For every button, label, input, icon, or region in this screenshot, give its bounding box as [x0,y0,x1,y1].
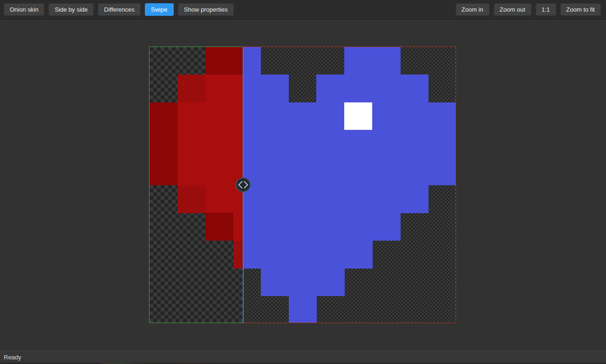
zoom-one-to-one-button[interactable]: 1:1 [536,3,556,16]
swipe-handle[interactable] [234,175,252,194]
new-image-pixel [428,158,456,186]
new-image-pixel [344,185,372,213]
zoom-to-fit-button[interactable]: Zoom to fit [560,3,601,16]
differences-button[interactable]: Differences [98,3,141,16]
old-image-pixel [205,185,233,213]
new-image-pixel [372,130,400,158]
new-image-pixel [428,102,456,130]
new-image-pixel [344,241,372,269]
old-image-pixel [150,158,177,186]
old-image-pane [149,47,243,323]
new-image-pixel [400,130,428,158]
new-image-pixel [316,102,344,130]
old-image-pixel [177,158,205,186]
new-image-pixel [243,130,261,158]
old-image-pixel [205,130,233,158]
show-properties-button[interactable]: Show properties [178,3,234,16]
old-image-pixel [233,47,243,75]
new-image-pixel [243,241,261,269]
new-image-pixel [372,185,400,213]
new-image-pixel [344,47,372,75]
old-image-pixel [233,213,243,241]
new-image-pixel [316,130,344,158]
new-image-pixel [428,130,456,158]
new-image-pixel [289,185,317,213]
new-image-pixel [261,241,289,269]
status-bar: Ready [0,351,606,363]
onion-skin-button[interactable]: Onion skin [4,3,44,16]
new-image-pixel [289,213,317,241]
new-image-pixel [316,268,344,296]
old-image-pixel [205,213,233,241]
swipe-button[interactable]: Swipe [145,3,174,16]
old-image-pixel [205,74,233,102]
new-image-pixel [372,213,400,241]
new-image-pixel [400,158,428,186]
new-image-pixel [261,130,289,158]
new-image-pixel [316,74,344,102]
new-image-pixel [261,185,289,213]
new-image-pixel [261,158,289,186]
new-image-pixel [344,130,372,158]
new-image-pixel [289,158,317,186]
new-image-pixel [372,102,400,130]
old-image-pixel [233,102,243,130]
new-image-pixel [243,47,261,75]
new-image-pixel [261,268,289,296]
old-image-pixel [205,158,233,186]
old-image-pixel [177,74,205,102]
new-image-pixel [289,296,317,323]
old-image-pixel [177,130,205,158]
old-image-pixel [205,102,233,130]
new-image-pixel [289,130,317,158]
zoom-out-button[interactable]: Zoom out [494,3,531,16]
new-image-pixel [261,102,289,130]
old-image-pixel [177,102,205,130]
zoom-in-button[interactable]: Zoom in [456,3,490,16]
old-image-pixel [150,102,177,130]
new-image-pixel [243,74,261,102]
new-image-pixel [400,102,428,130]
new-image-pixel [400,74,428,102]
side-by-side-button[interactable]: Side by side [48,3,94,16]
new-image-pixel [289,268,317,296]
old-image-pixel [205,47,233,75]
new-image-pixel [316,241,344,269]
old-image-pixel [233,74,243,102]
new-image-pixel [372,47,400,75]
new-image-pixel [289,102,317,130]
old-image-pixel [177,185,205,213]
zoom-controls: Zoom in Zoom out 1:1 Zoom to fit [452,3,606,16]
new-image-pixel [400,185,428,213]
new-image-pixel [316,213,344,241]
old-image-pixel [233,241,243,269]
new-image-pane [243,47,456,323]
old-image-pixel [150,130,177,158]
new-image-pixel [261,74,289,102]
new-image-pixel [372,74,400,102]
comparison-viewport [0,20,606,351]
new-image-pixel [261,213,289,241]
new-image-pixel [289,241,317,269]
new-image-pixel [344,102,372,130]
image-comparison-area [149,47,456,323]
new-image-pixel [344,158,372,186]
new-image-pixel [316,185,344,213]
new-image-pixel [372,158,400,186]
new-image-pixel [344,74,372,102]
new-image-pixel [243,102,261,130]
new-image-pixel [344,213,372,241]
toolbar: Onion skin Side by side Differences Swip… [0,0,606,20]
new-image-pixel [316,158,344,186]
old-image-pixel [233,130,243,158]
new-image-pixel [243,213,261,241]
status-text: Ready [4,354,21,361]
